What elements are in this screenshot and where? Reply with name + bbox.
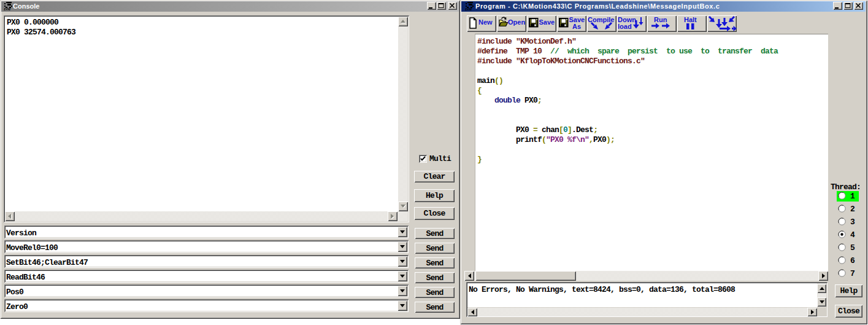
svg-text:DM: DM xyxy=(3,7,11,11)
svg-text:New: New xyxy=(478,18,493,26)
svg-text:load: load xyxy=(618,23,632,30)
svg-text:Halt: Halt xyxy=(684,16,697,23)
svg-text:Compile: Compile xyxy=(588,16,614,23)
svg-text:Open: Open xyxy=(508,18,525,26)
svg-text:Run: Run xyxy=(654,16,667,23)
svg-text:Save: Save xyxy=(539,18,555,26)
svg-text:As: As xyxy=(572,23,581,30)
svg-text:DM: DM xyxy=(464,7,472,11)
